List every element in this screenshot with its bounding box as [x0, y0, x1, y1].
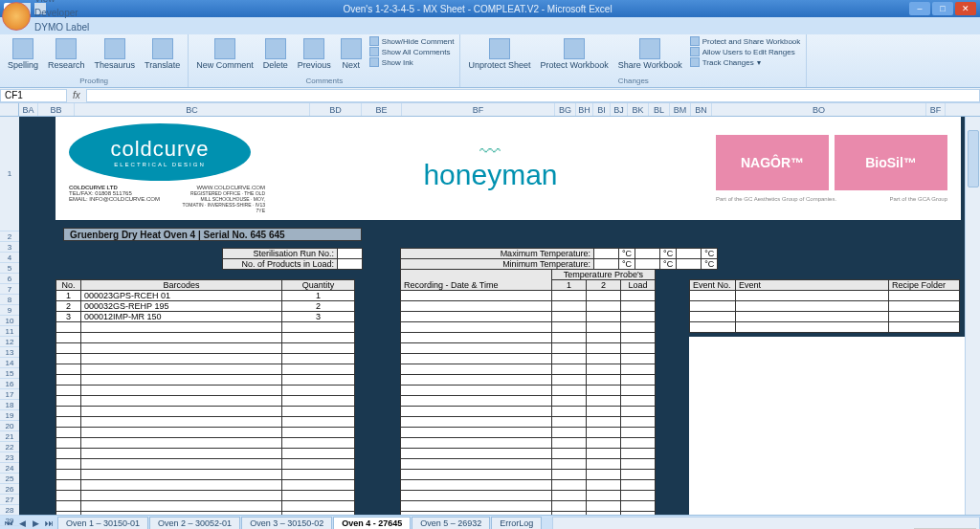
table-row: [56, 417, 355, 428]
translate-button[interactable]: Translate: [143, 36, 182, 72]
worksheet-canvas[interactable]: coldcurve ELECTRICAL DESIGN COLDCURVE LT…: [19, 117, 980, 515]
tab-dymo-label[interactable]: DYMO Label: [27, 20, 97, 34]
ribbon-tabs: HomeInsertPage LayoutFormulasDataReviewV…: [0, 17, 980, 34]
sheet-tab[interactable]: ErrorLog: [491, 517, 542, 529]
row-header[interactable]: 19: [0, 410, 19, 421]
show-all-comments-button[interactable]: Show All Comments: [369, 47, 455, 56]
col-header[interactable]: BM: [670, 103, 691, 116]
col-header[interactable]: BF: [926, 103, 946, 116]
col-header[interactable]: BI: [593, 103, 611, 116]
col-header[interactable]: BH: [576, 103, 593, 116]
group-comments: New Comment Delete Previous Next Show/Hi…: [189, 34, 460, 87]
fx-icon[interactable]: fx: [67, 90, 86, 100]
table-row: [401, 459, 656, 470]
row-header[interactable]: 11: [0, 326, 19, 337]
allow-users-button[interactable]: Allow Users to Edit Ranges: [690, 47, 801, 56]
row-header[interactable]: 25: [0, 474, 19, 484]
event-table: Event No.EventRecipe Folder: [689, 279, 960, 333]
table-row: [56, 501, 355, 512]
protect-share-workbook-button[interactable]: Protect and Share Workbook: [690, 36, 801, 46]
row-header[interactable]: 22: [0, 442, 19, 452]
previous-comment-button[interactable]: Previous: [296, 36, 333, 72]
show-ink-button[interactable]: Show Ink: [369, 57, 455, 67]
row-header[interactable]: 2: [0, 231, 19, 242]
row-header[interactable]: 4: [0, 253, 19, 263]
col-header[interactable]: BO: [712, 103, 926, 116]
formula-bar: CF1 fx: [0, 88, 980, 103]
sheet-tab[interactable]: Oven 1 – 30150-01: [57, 517, 148, 529]
unprotect-sheet-button[interactable]: Unprotect Sheet: [466, 36, 532, 72]
sheet-tab[interactable]: Oven 3 – 30150-02: [241, 517, 332, 529]
col-header[interactable]: BD: [310, 103, 362, 116]
track-changes-button[interactable]: Track Changes ▾: [690, 57, 801, 67]
row-header[interactable]: 17: [0, 389, 19, 400]
table-row: [401, 396, 656, 407]
tab-developer[interactable]: Developer: [27, 6, 97, 20]
close-button[interactable]: ✕: [955, 2, 976, 15]
col-header[interactable]: BJ: [611, 103, 628, 116]
col-header[interactable]: BG: [555, 103, 576, 116]
row-header[interactable]: 6: [0, 274, 19, 284]
vertical-scrollbar[interactable]: [965, 117, 980, 515]
namebox[interactable]: CF1: [0, 89, 67, 102]
formula-input[interactable]: [86, 89, 980, 102]
row-header[interactable]: 27: [0, 495, 19, 505]
row-header[interactable]: 24: [0, 463, 19, 474]
sheet-tab[interactable]: Oven 2 – 30052-01: [149, 517, 240, 529]
row-header[interactable]: 8: [0, 295, 19, 305]
row-header[interactable]: 28: [0, 505, 19, 516]
row-header[interactable]: 10: [0, 316, 19, 326]
row-header[interactable]: 5: [0, 263, 19, 274]
sheet-nav-next[interactable]: ▶: [29, 518, 42, 528]
group-label: Proofing: [79, 77, 108, 85]
table-row: 2000032GS-REHP 1952: [56, 301, 355, 312]
row-header[interactable]: 7: [0, 284, 19, 295]
ribbon: Spelling Research Thesaurus Translate Pr…: [0, 34, 980, 88]
select-all-corner[interactable]: [0, 103, 19, 116]
next-comment-button[interactable]: Next: [339, 36, 364, 72]
sheet-tab[interactable]: Oven 4 - 27645: [333, 517, 411, 529]
row-header[interactable]: 18: [0, 400, 19, 410]
col-header[interactable]: BC: [75, 103, 310, 116]
table-row: [401, 449, 656, 459]
row-header[interactable]: 13: [0, 347, 19, 358]
table-row: [56, 407, 355, 417]
research-button[interactable]: Research: [46, 36, 87, 72]
window-buttons: – □ ✕: [909, 2, 976, 15]
office-button[interactable]: [2, 2, 31, 31]
row-header[interactable]: 21: [0, 431, 19, 442]
row-header[interactable]: 29: [0, 516, 19, 526]
col-header[interactable]: BE: [362, 103, 402, 116]
maximize-button[interactable]: □: [932, 2, 953, 15]
share-workbook-button[interactable]: Share Workbook: [616, 36, 684, 72]
row-header[interactable]: 16: [0, 379, 19, 389]
row-header[interactable]: 14: [0, 358, 19, 368]
showhide-comment-button[interactable]: Show/Hide Comment: [369, 36, 455, 46]
row-header[interactable]: 23: [0, 452, 19, 463]
col-header[interactable]: BN: [691, 103, 712, 116]
col-header[interactable]: BF: [402, 103, 555, 116]
row-header[interactable]: 9: [0, 305, 19, 316]
row-header[interactable]: 3: [0, 242, 19, 253]
table-row: [56, 470, 355, 480]
report-header: coldcurve ELECTRICAL DESIGN COLDCURVE LT…: [56, 117, 961, 220]
table-row: [56, 364, 355, 375]
row-header[interactable]: 12: [0, 337, 19, 347]
row-header[interactable]: 20: [0, 421, 19, 431]
col-header[interactable]: BB: [38, 103, 75, 116]
col-header[interactable]: BA: [19, 103, 38, 116]
sheet-tab[interactable]: Oven 5 – 26932: [412, 517, 490, 529]
col-header[interactable]: BK: [628, 103, 649, 116]
spelling-button[interactable]: Spelling: [6, 36, 40, 72]
row-header[interactable]: 26: [0, 484, 19, 495]
row-header[interactable]: 1: [0, 117, 19, 231]
horizontal-scrollbar[interactable]: [552, 517, 980, 530]
thesaurus-button[interactable]: Thesaurus: [93, 36, 138, 72]
row-header[interactable]: 15: [0, 368, 19, 379]
delete-comment-button[interactable]: Delete: [261, 36, 290, 72]
protect-workbook-button[interactable]: Protect Workbook: [538, 36, 610, 72]
minimize-button[interactable]: –: [909, 2, 930, 15]
new-comment-button[interactable]: New Comment: [194, 36, 256, 72]
col-header[interactable]: BL: [649, 103, 670, 116]
sheet-nav-last[interactable]: ⏭: [42, 518, 56, 528]
